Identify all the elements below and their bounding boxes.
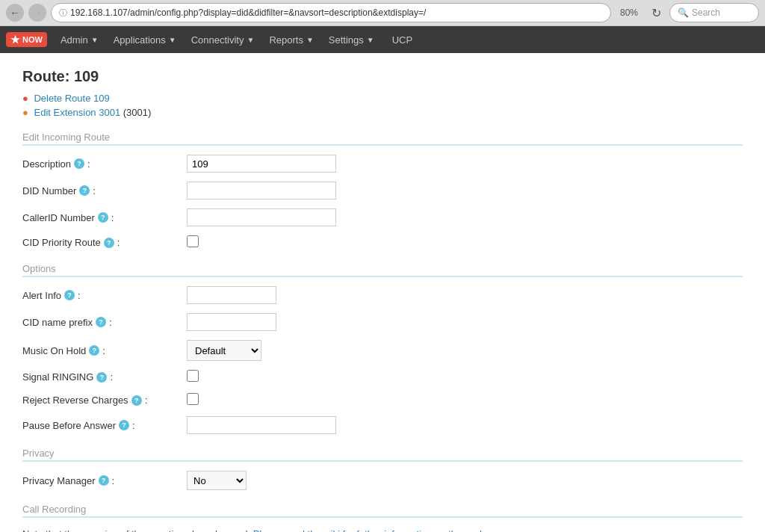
forward-button[interactable]: →	[28, 4, 46, 22]
did-number-field[interactable]	[187, 182, 336, 200]
cid-name-prefix-field[interactable]	[187, 313, 276, 331]
nav-connectivity[interactable]: Connectivity ▼	[184, 26, 262, 53]
signal-ringing-label-text: Signal RINGING	[22, 371, 93, 383]
did-number-input[interactable]	[187, 182, 336, 200]
cid-name-prefix-label-text: CID name prefix	[22, 317, 93, 328]
music-on-hold-row: Music On Hold ? : Default None Custom	[22, 340, 743, 361]
delete-icon: ●	[22, 93, 28, 104]
pause-before-answer-help-icon[interactable]: ?	[119, 420, 129, 430]
cid-priority-label-text: CID Priority Route	[22, 237, 101, 248]
brand-logo[interactable]: ★ NOW	[6, 32, 47, 47]
callerid-number-help-icon[interactable]: ?	[98, 212, 108, 223]
alert-info-field[interactable]	[187, 286, 276, 304]
nav-connectivity-label: Connectivity	[191, 34, 244, 46]
music-on-hold-label-text: Music On Hold	[22, 345, 86, 356]
privacy-manager-select[interactable]: No Yes	[187, 471, 247, 490]
privacy-section-header: Privacy	[22, 448, 743, 462]
pause-before-answer-field[interactable]	[187, 416, 336, 434]
privacy-manager-label: Privacy Manager ? :	[22, 475, 187, 486]
call-recording-section-header: Call Recording	[22, 504, 743, 518]
back-button[interactable]: ←	[6, 4, 24, 22]
nav-settings[interactable]: Settings ▼	[321, 26, 382, 53]
lock-icon: ⓘ	[59, 7, 67, 19]
nav-reports[interactable]: Reports ▼	[261, 26, 320, 53]
alert-info-help-icon[interactable]: ?	[64, 290, 75, 300]
cid-name-prefix-label: CID name prefix ? :	[22, 317, 187, 328]
nav-reports-arrow: ▼	[306, 36, 314, 44]
signal-ringing-checkbox[interactable]	[187, 370, 199, 382]
brand-text: NOW	[22, 35, 43, 44]
did-number-help-icon[interactable]: ?	[79, 185, 90, 196]
reject-reverse-charges-row: Reject Reverse Charges ? :	[22, 393, 743, 407]
nav-reports-label: Reports	[269, 34, 303, 46]
callerid-number-label: CallerID Number ? :	[22, 212, 187, 223]
nav-settings-arrow: ▼	[367, 36, 374, 44]
delete-route-anchor[interactable]: ● Delete Route 109	[22, 93, 110, 104]
privacy-manager-label-text: Privacy Manager	[22, 475, 96, 486]
cid-name-prefix-help-icon[interactable]: ?	[96, 317, 106, 327]
edit-link-extra: (3001)	[123, 107, 152, 118]
nav-applications-arrow: ▼	[169, 36, 176, 44]
browser-search-bar[interactable]: 🔍 Search	[669, 3, 759, 22]
nav-applications[interactable]: Applications ▼	[106, 26, 184, 53]
note-text-static: Note that the meaning of these options h…	[22, 528, 250, 532]
signal-ringing-help-icon[interactable]: ?	[96, 372, 107, 383]
reject-reverse-charges-checkbox[interactable]	[187, 393, 199, 405]
did-number-label: DID Number ? :	[22, 185, 187, 197]
description-help-icon[interactable]: ?	[74, 158, 84, 169]
nav-bar: ★ NOW Admin ▼ Applications ▼ Connectivit…	[0, 26, 765, 53]
pause-before-answer-label-text: Pause Before Answer	[22, 420, 116, 431]
edit-extension-link[interactable]: ● Edit Extension 3001 (3001)	[22, 107, 743, 118]
address-bar[interactable]: ⓘ 192.168.1.107/admin/config.php?display…	[51, 3, 611, 22]
alert-info-input[interactable]	[187, 286, 276, 304]
incoming-route-label: Edit Incoming Route	[22, 132, 110, 143]
pause-before-answer-input[interactable]	[187, 416, 336, 434]
reject-reverse-charges-help-icon[interactable]: ?	[131, 395, 142, 406]
cid-name-prefix-row: CID name prefix ? :	[22, 313, 743, 331]
options-label: Options	[22, 263, 56, 274]
delete-route-link[interactable]: ● Delete Route 109	[22, 93, 743, 104]
reject-reverse-charges-label: Reject Reverse Charges ? :	[22, 395, 187, 406]
edit-link-text: Edit Extension 3001	[34, 107, 120, 118]
description-row: Description ? :	[22, 155, 743, 173]
search-icon: 🔍	[678, 7, 689, 18]
signal-ringing-label: Signal RINGING ? :	[22, 371, 187, 383]
pause-before-answer-label: Pause Before Answer ? :	[22, 420, 187, 431]
wiki-link[interactable]: Please read the wiki for futher informat…	[253, 528, 515, 532]
signal-ringing-row: Signal RINGING ? :	[22, 370, 743, 384]
edit-icon: ●	[22, 107, 28, 118]
privacy-manager-field[interactable]: No Yes	[187, 471, 247, 490]
cid-priority-row: CID Priority Route ? :	[22, 235, 743, 250]
cid-priority-field[interactable]	[187, 235, 199, 250]
cid-priority-checkbox[interactable]	[187, 235, 199, 247]
search-placeholder: Search	[692, 7, 720, 18]
cid-name-prefix-input[interactable]	[187, 313, 276, 331]
description-label: Description ? :	[22, 158, 187, 170]
privacy-label: Privacy	[22, 448, 55, 459]
nav-ucp[interactable]: UCP	[385, 26, 420, 53]
call-recording-label: Call Recording	[22, 504, 86, 515]
callerid-number-row: CallerID Number ? :	[22, 208, 743, 226]
page-content: Route: 109 ● Delete Route 109 ● Edit Ext…	[0, 53, 765, 532]
music-on-hold-help-icon[interactable]: ?	[89, 345, 99, 356]
nav-admin[interactable]: Admin ▼	[53, 26, 106, 53]
reload-button[interactable]: ↻	[647, 4, 665, 22]
call-recording-note: Note that the meaning of these options h…	[22, 527, 743, 532]
alert-info-label: Alert Info ? :	[22, 290, 187, 301]
description-field[interactable]	[187, 155, 336, 173]
privacy-manager-help-icon[interactable]: ?	[99, 475, 109, 486]
callerid-number-input[interactable]	[187, 208, 336, 226]
description-label-text: Description	[22, 158, 71, 170]
nav-ucp-label: UCP	[392, 34, 412, 46]
edit-extension-anchor[interactable]: ● Edit Extension 3001 (3001)	[22, 107, 151, 118]
callerid-number-field[interactable]	[187, 208, 336, 226]
delete-link-text: Delete Route 109	[34, 93, 109, 104]
signal-ringing-field[interactable]	[187, 370, 199, 384]
reject-reverse-charges-field[interactable]	[187, 393, 199, 407]
music-on-hold-field[interactable]: Default None Custom	[187, 340, 261, 361]
browser-chrome: ← → ⓘ 192.168.1.107/admin/config.php?dis…	[0, 0, 765, 26]
cid-priority-help-icon[interactable]: ?	[104, 238, 114, 248]
did-number-row: DID Number ? :	[22, 182, 743, 200]
music-on-hold-select[interactable]: Default None Custom	[187, 340, 261, 361]
description-input[interactable]	[187, 155, 336, 173]
